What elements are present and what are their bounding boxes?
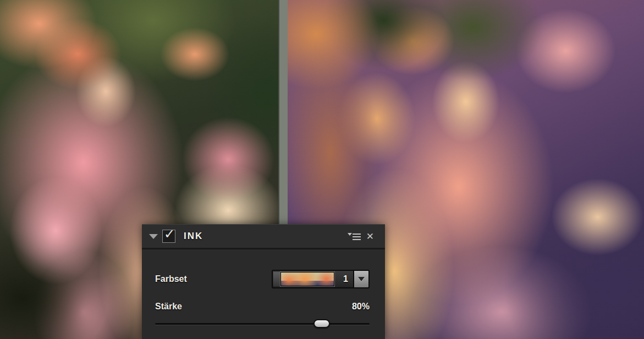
enable-filter-checkbox[interactable]: ✓ bbox=[162, 230, 175, 243]
dropdown-arrow-button[interactable] bbox=[353, 271, 368, 287]
ink-panel-body: Farbset 1 Stärke 80% bbox=[142, 249, 385, 338]
collapse-icon[interactable] bbox=[149, 234, 158, 239]
photo-editor-workspace: ✓ INK ✕ Farbset 1 bbox=[0, 0, 644, 339]
ink-panel-header[interactable]: ✓ INK ✕ bbox=[142, 225, 385, 249]
checkmark-icon: ✓ bbox=[164, 226, 175, 242]
panel-title: INK bbox=[184, 231, 203, 242]
panel-menu-icon[interactable] bbox=[348, 232, 361, 240]
hamburger-icon bbox=[353, 232, 361, 240]
color-set-thumbnail bbox=[280, 272, 334, 286]
chevron-down-icon bbox=[358, 277, 365, 281]
staerke-row: Stärke 80% bbox=[155, 300, 370, 313]
ink-panel: ✓ INK ✕ Farbset 1 bbox=[142, 224, 385, 339]
staerke-label: Stärke bbox=[155, 302, 182, 312]
staerke-slider-track[interactable] bbox=[155, 323, 370, 325]
dropdown-edge bbox=[273, 272, 280, 286]
staerke-value: 80% bbox=[352, 302, 370, 312]
panel-header-actions: ✕ bbox=[348, 232, 385, 241]
staerke-slider-handle[interactable] bbox=[313, 319, 330, 328]
farbset-label: Farbset bbox=[155, 274, 187, 284]
farbset-row: Farbset 1 bbox=[155, 268, 370, 290]
farbset-dropdown[interactable]: 1 bbox=[272, 270, 370, 288]
close-icon[interactable]: ✕ bbox=[366, 232, 374, 241]
menu-triangle-icon bbox=[348, 233, 352, 236]
staerke-slider[interactable] bbox=[155, 319, 370, 330]
farbset-value: 1 bbox=[343, 274, 348, 284]
